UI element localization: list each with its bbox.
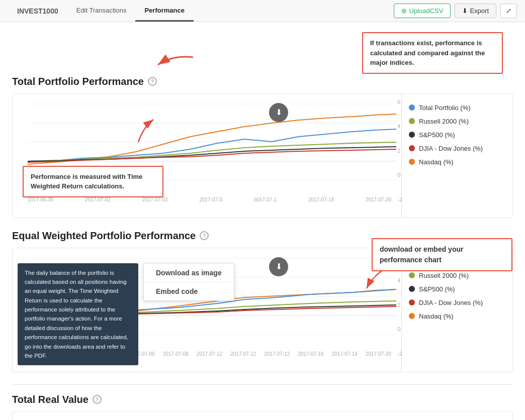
chart1-download-button[interactable]: ⬇ (269, 103, 288, 122)
legend-dot-nasdaq-2 (409, 313, 415, 319)
section1-help-icon[interactable]: ? (148, 77, 157, 86)
legend-item-total-portfolio: Total Portfolio (%) (409, 104, 505, 112)
chart2-container: ⬇ download or embed your performance cha… (12, 248, 513, 372)
legend-item-djia-1: DJIA - Dow Jones (%) (409, 145, 505, 152)
legend-dot-total-portfolio (409, 104, 415, 111)
chart1-y-axis: 6 4 2 0 -2 (397, 99, 402, 202)
legend-item-nasdaq-1: Nasdaq (%) (409, 158, 505, 166)
section3-header: Total Real Value ? (12, 394, 513, 405)
tab-edit-transactions[interactable]: Edit Transactions (67, 1, 136, 22)
legend-dot-djia-2 (409, 299, 415, 305)
chart2-dropdown-menu: Download as image Embed code (143, 263, 234, 301)
legend-dot-djia-1 (409, 145, 415, 151)
section1-header: Total Portfolio Performance ? (12, 76, 513, 87)
arrow-2 (133, 117, 163, 147)
legend-dot-sp500-2 (409, 286, 415, 292)
chart3-svg (18, 417, 397, 421)
legend-item-russell-2: Russell 2000 (%) (409, 272, 505, 279)
tab-performance[interactable]: Performance (135, 1, 193, 22)
legend-dot-russell-2 (409, 272, 415, 278)
export-button[interactable]: ⬇ Export (455, 4, 496, 18)
legend-item-russell-1: Russell 2000 (%) (409, 118, 505, 125)
expand-button[interactable]: ⤢ (500, 4, 517, 18)
legend-item-djia-2: DJIA - Dow Jones (%) (409, 299, 505, 306)
section2-help-icon[interactable]: ? (200, 231, 209, 240)
total-real-value-section: Total Real Value ? ⬇ (12, 384, 513, 421)
section3-title: Total Real Value (12, 394, 89, 405)
upload-icon: ⊕ (401, 7, 407, 15)
dropdown-embed-code[interactable]: Embed code (144, 282, 234, 300)
brand-tab[interactable]: INVEST1000 (8, 1, 67, 21)
section2-title: Equal Weighted Portfolio Performance (12, 230, 196, 242)
chart2-panel: 6 4 2 0 -2 (13, 248, 402, 372)
legend-dot-nasdaq-1 (409, 159, 415, 165)
upload-csv-button[interactable]: ⊕ UploadCSV (394, 4, 451, 18)
section1-title: Total Portfolio Performance (12, 76, 144, 87)
chart1-panel: 6 4 2 0 -2 (13, 94, 402, 218)
callout-weighted-return: Performance is measured with Time Weight… (23, 166, 163, 197)
legend-dot-russell-1 (409, 118, 415, 124)
arrow-1 (153, 47, 203, 72)
legend-item-nasdaq-2: Nasdaq (%) (409, 312, 505, 320)
total-portfolio-section: Total Portfolio Performance ? ⬇ 6 4 2 0 … (12, 76, 513, 218)
navbar: INVEST1000 Edit Transactions Performance… (0, 0, 525, 22)
legend-item-sp500-1: S&P500 (%) (409, 131, 505, 139)
callout-transactions: If transactions exist, performance is ca… (362, 32, 503, 74)
tooltip-equal-weighted: The daily balance of the portfolio is ca… (18, 263, 138, 366)
dropdown-download-image[interactable]: Download as image (144, 264, 234, 282)
download-icon: ⬇ (462, 7, 468, 15)
legend-item-sp500-2: S&P500 (%) (409, 285, 505, 293)
equal-weighted-section: Equal Weighted Portfolio Performance ? ⬇… (12, 230, 513, 372)
callout-download-embed: download or embed your performance chart (372, 238, 512, 271)
section3-help-icon[interactable]: ? (93, 395, 102, 404)
legend-dot-sp500-1 (409, 132, 415, 138)
chart3-container: ⬇ (12, 411, 513, 421)
expand-icon: ⤢ (506, 7, 511, 15)
chart1-legend: Total Portfolio (%) Russell 2000 (%) S&P… (402, 94, 512, 218)
chart2-download-button[interactable]: ⬇ (269, 257, 288, 276)
chart1-container: ⬇ 6 4 2 0 -2 (12, 93, 513, 218)
main-content: If transactions exist, performance is ca… (0, 22, 525, 420)
